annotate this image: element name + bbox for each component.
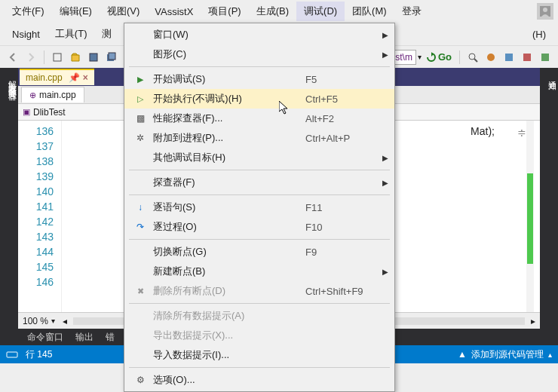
- tab-main-cpp[interactable]: main.cpp 📌 ×: [20, 69, 94, 85]
- menu-tools[interactable]: 工具(T): [48, 24, 95, 44]
- pin-icon[interactable]: 📌: [69, 72, 80, 83]
- menu-separator: [129, 303, 390, 304]
- source-control-dropdown-icon[interactable]: ▴: [548, 351, 552, 359]
- zoom-level[interactable]: 100 %: [23, 316, 48, 326]
- menu-label: 其他调试目标(H): [150, 151, 388, 164]
- vertical-scrollbar[interactable]: [526, 121, 534, 312]
- menu-label: 图形(C): [150, 47, 388, 61]
- menu-edit[interactable]: 编辑(E): [52, 2, 100, 21]
- menu-item-attach-process[interactable]: ✲附加到进程(P)...Ctrl+Alt+P: [124, 128, 394, 148]
- nav-back-icon[interactable]: [5, 49, 21, 66]
- svg-rect-10: [523, 54, 531, 61]
- menu-nsight[interactable]: Nsight: [5, 26, 48, 43]
- cpp-file-icon: ⊕: [29, 90, 36, 100]
- menu-shortcut: F9: [305, 247, 388, 258]
- zoom-dropdown-icon[interactable]: ▾: [51, 317, 55, 325]
- svg-point-1: [543, 8, 547, 12]
- menu-separator: [129, 367, 390, 368]
- menu-debug[interactable]: 调试(D): [296, 2, 345, 21]
- menu-item-new-breakpoint[interactable]: 新建断点(B)▶: [124, 262, 394, 281]
- h-scroll-left-icon[interactable]: ◂: [63, 316, 67, 326]
- svg-rect-12: [7, 352, 17, 357]
- menu-item-import-datatips[interactable]: 导入数据提示(I)...: [124, 345, 394, 365]
- menu-login[interactable]: 登录: [394, 2, 429, 21]
- collapse-handle-icon[interactable]: ≑: [517, 125, 526, 140]
- menu-build[interactable]: 生成(B): [249, 2, 296, 21]
- menu-vassistx[interactable]: VAssistX: [147, 3, 201, 20]
- find-icon[interactable]: [464, 49, 481, 66]
- svg-rect-3: [90, 54, 97, 61]
- solution-explorer-tab[interactable]: 解决方案资源管理器: [0, 68, 18, 345]
- delete-breakpoints-icon: ✖: [137, 286, 144, 296]
- tab-label: main.cpp: [26, 72, 63, 83]
- menu-item-other-targets[interactable]: 其他调试目标(H)▶: [124, 148, 394, 167]
- file-tab-label: main.cpp: [39, 90, 76, 100]
- submenu-arrow-icon: ▶: [382, 31, 388, 39]
- line-number: 136: [18, 124, 54, 139]
- go-button[interactable]: Go: [423, 51, 455, 63]
- add-to-source-control[interactable]: 添加到源代码管理: [471, 348, 544, 361]
- tab-error-truncated[interactable]: 错: [100, 329, 121, 345]
- menu-item-start-debug[interactable]: ▶开始调试(S)F5: [124, 69, 394, 89]
- user-account-icon[interactable]: [537, 3, 553, 20]
- menubar-row1: 文件(F) 编辑(E) 视图(V) VAssistX 项目(P) 生成(B) 调…: [0, 0, 558, 23]
- ext-icon-3[interactable]: [537, 49, 553, 66]
- debug-menu-dropdown: 窗口(W)▶ 图形(C)▶ ▶开始调试(S)F5 ▷开始执行(不调试)(H)Ct…: [124, 23, 395, 392]
- menu-separator: [129, 239, 390, 240]
- menu-item-toggle-breakpoint[interactable]: 切换断点(G)F9: [124, 242, 394, 262]
- menu-separator: [129, 66, 390, 67]
- tab-command-window[interactable]: 命令窗口: [21, 329, 69, 345]
- ext-icon-1[interactable]: [501, 49, 517, 66]
- line-number: 145: [18, 259, 54, 274]
- h-scroll-right-icon[interactable]: ▸: [531, 316, 535, 326]
- menu-file[interactable]: 文件(F): [5, 2, 52, 21]
- file-tab-main-cpp[interactable]: ⊕ main.cpp: [21, 87, 84, 103]
- ext-icon-2[interactable]: [519, 49, 535, 66]
- menu-item-step-into[interactable]: ↓逐语句(S)F11: [124, 198, 394, 217]
- menu-item-graphics[interactable]: 图形(C)▶: [124, 44, 394, 64]
- va-icon[interactable]: [483, 49, 499, 66]
- submenu-arrow-icon: ▶: [382, 179, 388, 187]
- menu-view[interactable]: 视图(V): [100, 2, 147, 21]
- menu-item-start-without-debug[interactable]: ▷开始执行(不调试)(H)Ctrl+F5: [124, 89, 394, 109]
- line-number: 143: [18, 229, 54, 244]
- toolbar-separator: [44, 51, 44, 64]
- save-icon[interactable]: [85, 49, 102, 66]
- save-all-icon[interactable]: [103, 49, 120, 66]
- open-file-icon[interactable]: [67, 49, 84, 66]
- svg-line-7: [474, 59, 477, 62]
- line-number: 139: [18, 169, 54, 184]
- menu-item-step-over[interactable]: ↷逐过程(O)F10: [124, 217, 394, 237]
- tab-output[interactable]: 输出: [69, 329, 100, 345]
- toolbar-separator: [459, 51, 460, 64]
- menu-team[interactable]: 团队(M): [345, 2, 394, 21]
- code-fragment: Mat);: [471, 124, 495, 139]
- play-outline-icon: ▷: [137, 94, 143, 104]
- line-number: 144: [18, 244, 54, 259]
- svg-rect-11: [541, 54, 549, 61]
- step-over-icon: ↷: [136, 222, 144, 232]
- menu-shortcut: Ctrl+Shift+F9: [305, 286, 388, 297]
- menu-label: 删除所有断点(D): [150, 284, 305, 298]
- menu-truncated[interactable]: 测: [94, 24, 119, 44]
- menu-help-fragment[interactable]: (H): [525, 26, 553, 43]
- new-file-icon[interactable]: [49, 49, 66, 66]
- menu-item-windows[interactable]: 窗口(W)▶: [124, 25, 394, 44]
- menu-label: 开始执行(不调试)(H): [150, 92, 305, 106]
- menu-label: 探查器(F): [150, 176, 388, 189]
- menu-label: 逐过程(O): [150, 220, 305, 234]
- go-label: Go: [438, 51, 452, 63]
- svg-rect-5: [109, 53, 115, 60]
- scope-label[interactable]: DlibTest: [33, 107, 66, 118]
- drive-icon[interactable]: [6, 350, 18, 359]
- menu-item-profiler[interactable]: 探查器(F)▶: [124, 173, 394, 192]
- menu-item-options[interactable]: ⚙选项(O)...: [124, 370, 394, 390]
- path-dropdown-icon[interactable]: ▾: [418, 53, 422, 61]
- scroll-thumb[interactable]: [527, 173, 533, 264]
- notifications-tab[interactable]: 通知: [540, 68, 558, 345]
- menu-item-perf-profiler[interactable]: ▩性能探查器(F)...Alt+F2: [124, 109, 394, 128]
- menu-label: 开始调试(S): [150, 72, 305, 86]
- nav-forward-icon[interactable]: [23, 49, 39, 66]
- close-icon[interactable]: ×: [83, 72, 88, 83]
- menu-project[interactable]: 项目(P): [201, 2, 248, 21]
